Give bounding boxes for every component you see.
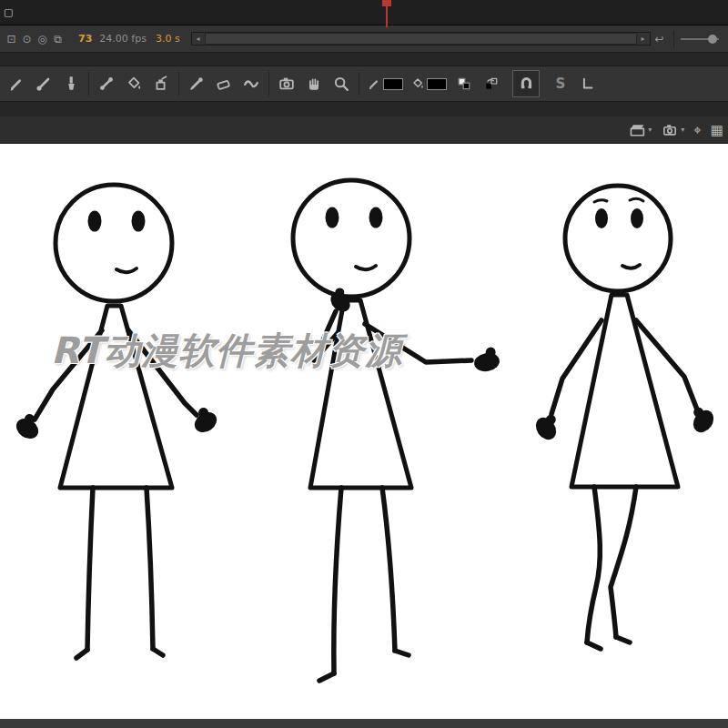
scene-toolbar: ▾ ▾ ⌖ ▦	[0, 116, 728, 144]
swap-colors-button[interactable]	[478, 68, 505, 99]
frame-rate-value[interactable]: 24.00 fps	[99, 33, 147, 45]
paintbrush-icon	[62, 75, 80, 93]
fill-color-control[interactable]	[410, 76, 447, 91]
paint-bucket-icon	[125, 75, 143, 93]
fill-bucket-icon	[410, 76, 425, 91]
ink-bottle-tool-button[interactable]	[147, 68, 175, 99]
elapsed-time-value: 3.0 s	[156, 33, 180, 45]
camera-view-icon	[661, 122, 679, 138]
camera-icon	[278, 75, 296, 93]
paintbrush-tool-button[interactable]	[57, 68, 85, 99]
divider	[268, 72, 269, 96]
zoom-tool-button[interactable]	[328, 68, 355, 99]
panel-gap	[0, 53, 728, 66]
width-tool-button[interactable]	[238, 68, 265, 99]
center-frame-icon[interactable]: ⊡	[5, 25, 18, 53]
paint-bucket-tool-button[interactable]	[120, 68, 147, 99]
grid-button[interactable]: ▦	[708, 120, 726, 140]
stroke-color-control[interactable]	[367, 76, 403, 91]
chevron-down-icon: ▾	[681, 126, 684, 134]
camera-tool-button[interactable]	[273, 68, 300, 99]
clip-actions-button[interactable]: ▾	[625, 120, 654, 140]
smooth-icon: S	[556, 76, 566, 92]
timeline-zoom-slider[interactable]	[681, 38, 719, 40]
snap-to-objects-button[interactable]	[512, 70, 540, 97]
tools-toolbar: S	[0, 66, 728, 102]
bottom-bar	[0, 719, 728, 728]
stick-figure-2	[293, 180, 501, 681]
divider	[178, 72, 179, 96]
divider	[359, 72, 359, 96]
hand-icon	[305, 75, 323, 93]
black-white-button[interactable]	[450, 68, 478, 99]
eraser-icon	[215, 75, 233, 93]
pencil-tool-button[interactable]	[3, 68, 30, 99]
timeline-scrollbar-thumb[interactable]	[206, 34, 636, 44]
eraser-tool-button[interactable]	[210, 68, 238, 99]
scroll-right-icon[interactable]: ▸	[637, 33, 650, 45]
animation-editor-window: ▢ ⊡ ⊙ ◎ ⧉ 73 24.00 fps 3.0 s ◂ ▸ ↩	[0, 0, 728, 728]
stick-figures-artwork	[0, 144, 728, 719]
ink-bottle-icon	[152, 75, 170, 93]
timeline-zoom-slider-handle[interactable]	[708, 35, 717, 44]
straighten-button[interactable]	[574, 68, 602, 99]
registration-button[interactable]: ⌖	[691, 120, 703, 140]
black-white-icon	[456, 76, 472, 92]
stage-canvas[interactable]: RT动漫软件素材资源	[0, 144, 728, 719]
brush-tool-button[interactable]	[30, 68, 57, 99]
playhead[interactable]	[386, 0, 388, 27]
zoom-icon	[332, 75, 350, 93]
loop-icon[interactable]: ↩	[652, 25, 666, 53]
stroke-pencil-icon	[367, 76, 381, 91]
crosshair-icon: ⌖	[693, 122, 701, 138]
timeline-scrollbar[interactable]: ◂ ▸	[191, 32, 651, 46]
fill-color-swatch[interactable]	[427, 78, 447, 90]
width-icon	[242, 75, 260, 93]
timeline-ruler[interactable]: ▢	[0, 0, 728, 25]
stick-figure-1	[13, 185, 221, 658]
edit-multiple-frames-icon[interactable]: ⧉	[51, 25, 65, 53]
panel-gap	[0, 102, 728, 116]
bone-tool-button[interactable]	[93, 68, 120, 99]
current-frame-value[interactable]: 73	[78, 33, 92, 45]
stick-figure-3	[531, 186, 717, 649]
chevron-down-icon: ▾	[648, 126, 652, 134]
smooth-button[interactable]: S	[547, 68, 574, 99]
divider	[673, 31, 674, 47]
brush-icon	[35, 75, 53, 93]
scroll-left-icon[interactable]: ◂	[192, 33, 205, 45]
divider	[88, 72, 89, 96]
eyedropper-icon	[187, 75, 206, 93]
clapperboard-icon	[628, 122, 646, 138]
playhead-marker[interactable]	[382, 0, 391, 6]
pencil-icon	[7, 75, 25, 93]
timeline-zoom-controls: ↩	[652, 25, 724, 53]
timeline-status-bar: ⊡ ⊙ ◎ ⧉ 73 24.00 fps 3.0 s ◂ ▸ ↩	[0, 25, 728, 53]
hand-tool-button[interactable]	[300, 68, 328, 99]
grid-icon: ▦	[711, 122, 723, 138]
stroke-color-swatch[interactable]	[383, 78, 403, 90]
bone-icon	[97, 75, 116, 93]
onion-skin-outlines-icon[interactable]: ◎	[35, 25, 49, 53]
eyedropper-tool-button[interactable]	[183, 68, 210, 99]
document-icon[interactable]: ▢	[4, 6, 13, 18]
onion-skin-icon[interactable]: ⊙	[20, 25, 34, 53]
magnet-icon	[517, 75, 535, 93]
swap-colors-icon	[483, 76, 500, 92]
camera-view-button[interactable]: ▾	[658, 120, 687, 140]
straighten-icon	[580, 76, 596, 92]
